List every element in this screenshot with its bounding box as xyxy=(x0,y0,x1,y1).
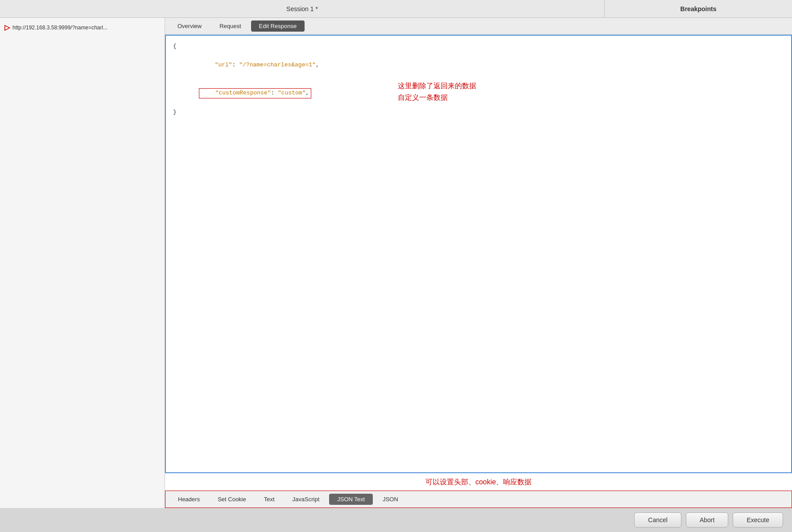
code-line-custom-response: "customResponse": "custom", xyxy=(173,79,784,107)
editor-annotation: 这里删除了返回来的数据 自定义一条数据 xyxy=(398,80,476,103)
tab-javascript[interactable]: JavaScript xyxy=(285,494,328,505)
code-line-open-brace: { xyxy=(173,42,784,51)
session-icon: ▷ xyxy=(4,23,10,32)
left-panel: ▷ http://192.168.3.58:9999/?name=charl..… xyxy=(0,18,165,508)
session-list-item[interactable]: ▷ http://192.168.3.58:9999/?name=charl..… xyxy=(0,21,165,33)
session-title: Session 1 * xyxy=(0,0,605,17)
tab-request[interactable]: Request xyxy=(211,20,249,32)
code-line-url: "url": "/?name=charles&age=1", xyxy=(173,51,784,79)
code-key-url: "url" xyxy=(201,61,232,68)
tab-set-cookie[interactable]: Set Cookie xyxy=(210,494,254,505)
tab-text[interactable]: Text xyxy=(256,494,283,505)
execute-button[interactable]: Execute xyxy=(733,512,783,528)
session-url: http://192.168.3.58:9999/?name=charl... xyxy=(12,25,107,31)
tab-headers[interactable]: Headers xyxy=(170,494,208,505)
annotation-line1: 这里删除了返回来的数据 xyxy=(398,80,476,92)
tab-json-text[interactable]: JSON Text xyxy=(329,494,373,505)
bottom-tab-bar: Headers Set Cookie Text JavaScript JSON … xyxy=(165,491,792,508)
code-line-close-brace: } xyxy=(173,108,784,117)
annotation-line2: 自定义一条数据 xyxy=(398,92,476,103)
code-key-custom: "customResponse" xyxy=(201,90,271,96)
main-area: ▷ http://192.168.3.58:9999/?name=charl..… xyxy=(0,18,792,508)
top-tab-bar: Overview Request Edit Response xyxy=(165,18,792,35)
tab-overview[interactable]: Overview xyxy=(169,20,210,32)
action-bar: Cancel Abort Execute xyxy=(0,508,792,532)
breakpoints-title: Breakpoints xyxy=(605,0,792,17)
cancel-button[interactable]: Cancel xyxy=(634,512,681,528)
right-panel: Overview Request Edit Response { "url": … xyxy=(165,18,792,508)
tab-edit-response[interactable]: Edit Response xyxy=(251,20,305,32)
code-value-url: "/?name=charles&age=1" xyxy=(239,61,316,68)
code-value-custom: "custom" xyxy=(278,90,305,96)
abort-button[interactable]: Abort xyxy=(686,512,728,528)
editor-area[interactable]: { "url": "/?name=charles&age=1", "custom… xyxy=(165,35,792,473)
bottom-annotation: 可以设置头部、cookie、响应数据 xyxy=(165,473,792,491)
tab-json[interactable]: JSON xyxy=(375,494,406,505)
highlighted-custom-response: "customResponse": "custom", xyxy=(199,88,311,98)
title-bar: Session 1 * Breakpoints xyxy=(0,0,792,18)
